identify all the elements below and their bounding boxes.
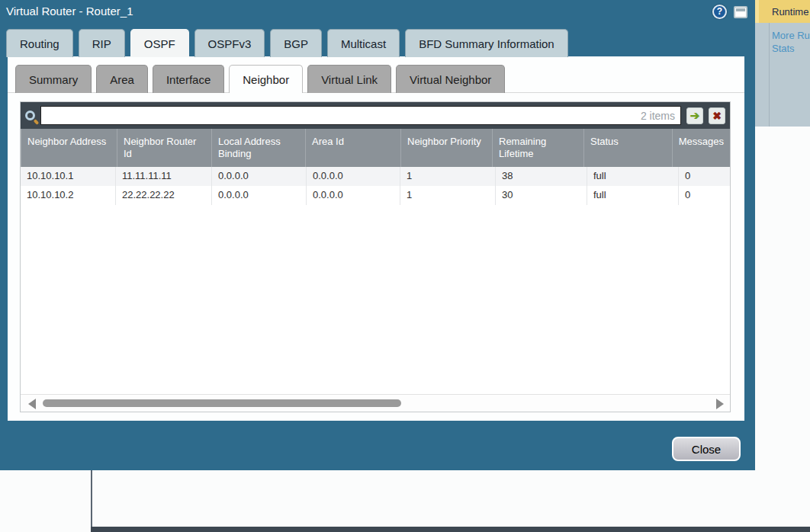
cell-status: full: [587, 167, 678, 186]
cell-neighbor-address: 10.10.10.2: [21, 186, 115, 205]
neighbor-grid: 2 items ➔ ✖ Neighbor Address Neighbor Ro…: [20, 101, 731, 412]
table-row[interactable]: 10.10.10.2 22.22.22.22 0.0.0.0 0.0.0.0 1…: [21, 186, 730, 205]
column-header[interactable]: Neighbor Priority: [400, 129, 492, 167]
top-tab[interactable]: BFD Summary Information: [405, 29, 568, 57]
cell-neighbor-priority: 1: [400, 167, 495, 186]
help-icon[interactable]: ?: [712, 5, 727, 19]
cell-area-id: 0.0.0.0: [306, 186, 400, 205]
cell-local-address-binding: 0.0.0.0: [211, 167, 306, 186]
column-header[interactable]: Messages: [672, 129, 730, 167]
top-tab-bar: Routing RIP OSPF OSPFv3 BGP: [6, 29, 568, 57]
horizontal-scrollbar: [21, 394, 730, 412]
cell-status: full: [587, 186, 678, 205]
scrollbar-thumb[interactable]: [43, 399, 401, 407]
titlebar-icons: ?: [712, 5, 747, 19]
apply-filter-button[interactable]: ➔: [686, 107, 703, 124]
top-tab-label: RIP: [92, 37, 111, 50]
sub-tab-label: Virtual Neighbor: [410, 73, 491, 86]
screen: Virtual Router - Router_1 ? Routing RIP …: [0, 0, 810, 532]
sub-tab-bar: Summary Area Interface Neighbor: [15, 65, 505, 93]
cell-area-id: 0.0.0.0: [306, 167, 400, 186]
clear-filter-button[interactable]: ✖: [709, 107, 725, 124]
sub-tab-label: Area: [110, 73, 134, 86]
sub-tab[interactable]: Virtual Neighbor: [396, 65, 505, 93]
sub-tab-label: Virtual Link: [321, 73, 378, 86]
top-tab[interactable]: BGP: [270, 29, 322, 57]
top-tab[interactable]: RIP: [79, 29, 125, 57]
column-header[interactable]: Remaining Lifetime: [492, 129, 583, 167]
ospf-panel: Summary Area Interface Neighbor: [8, 56, 744, 421]
top-tab-label: OSPF: [144, 37, 175, 50]
background-window-border-bottom: [91, 527, 810, 532]
background-window-border-vertical: [91, 470, 92, 528]
table-rows: 10.10.10.1 11.11.11.11 0.0.0.0 0.0.0.0 1…: [21, 167, 730, 205]
cell-neighbor-router-id: 22.22.22.22: [115, 186, 211, 205]
sub-tab-label: Summary: [29, 73, 78, 86]
more-runtime-stats-link[interactable]: More Ru Stats: [772, 29, 810, 55]
virtual-router-dialog: Virtual Router - Router_1 ? Routing RIP …: [0, 0, 755, 470]
top-tab-label: Routing: [20, 37, 59, 50]
sub-tab[interactable]: Neighbor: [229, 65, 303, 93]
dialog-titlebar: Virtual Router - Router_1 ?: [0, 0, 755, 24]
red-x-icon: ✖: [712, 111, 722, 121]
close-button[interactable]: Close: [672, 437, 741, 461]
sub-tab[interactable]: Virtual Link: [307, 65, 391, 93]
column-header[interactable]: Status: [583, 129, 672, 167]
link-line-2: Stats: [772, 42, 810, 55]
column-header[interactable]: Area Id: [305, 129, 400, 167]
cell-remaining-lifetime: 38: [495, 167, 587, 186]
table-header-row: Neighbor Address Neighbor Router Id Loca…: [21, 129, 730, 167]
table-body: 10.10.10.1 11.11.11.11 0.0.0.0 0.0.0.0 1…: [21, 167, 730, 394]
scroll-left-arrow-icon[interactable]: [28, 399, 36, 409]
sub-tab[interactable]: Area: [96, 65, 148, 93]
item-count-label: 2 items: [641, 110, 680, 122]
runtime-sidebar: Runtime More Ru Stats: [755, 0, 810, 127]
column-header[interactable]: Neighbor Router Id: [117, 129, 211, 167]
cell-neighbor-router-id: 11.11.11.11: [115, 167, 211, 186]
cell-messages: 0: [678, 186, 730, 205]
table-row[interactable]: 10.10.10.1 11.11.11.11 0.0.0.0 0.0.0.0 1…: [21, 167, 730, 186]
sub-tab-label: Neighbor: [243, 73, 289, 86]
filter-bar: 2 items ➔ ✖: [21, 102, 730, 129]
top-tab[interactable]: Routing: [6, 29, 73, 57]
top-tab[interactable]: OSPFv3: [194, 29, 265, 57]
top-tab-label: BFD Summary Information: [419, 37, 554, 50]
sub-tab[interactable]: Summary: [15, 65, 92, 93]
cell-local-address-binding: 0.0.0.0: [211, 186, 306, 205]
green-arrow-icon: ➔: [690, 110, 700, 121]
cell-remaining-lifetime: 30: [495, 186, 587, 205]
window-icon[interactable]: [734, 6, 747, 18]
filter-box: 2 items: [40, 106, 681, 125]
cell-messages: 0: [678, 167, 730, 186]
column-header[interactable]: Local Address Binding: [211, 129, 305, 167]
top-tab[interactable]: Multicast: [327, 29, 400, 57]
cell-neighbor-priority: 1: [400, 186, 495, 205]
search-icon: [25, 111, 35, 120]
top-tab[interactable]: OSPF: [130, 29, 189, 57]
runtime-sidebar-body: More Ru Stats: [755, 23, 810, 127]
filter-input[interactable]: [41, 107, 641, 124]
cell-neighbor-address: 10.10.10.1: [21, 167, 115, 186]
scroll-right-arrow-icon[interactable]: [716, 399, 724, 409]
top-tab-label: BGP: [284, 37, 308, 50]
sub-tab-label: Interface: [166, 73, 211, 86]
runtime-sidebar-header: Runtime: [755, 0, 810, 23]
dialog-title: Virtual Router - Router_1: [6, 5, 133, 18]
top-tab-label: Multicast: [341, 37, 386, 50]
sub-tab[interactable]: Interface: [153, 65, 224, 93]
column-header[interactable]: Neighbor Address: [21, 129, 117, 167]
top-tab-label: OSPFv3: [208, 37, 252, 50]
link-line-1: More Ru: [772, 29, 810, 42]
